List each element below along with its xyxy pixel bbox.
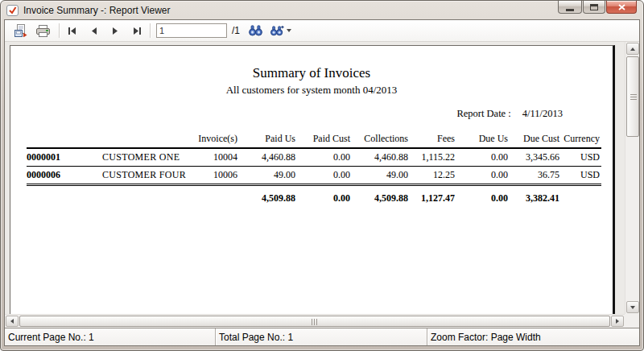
toolbar-separator xyxy=(150,23,151,38)
paid-cust-value: 0.00 xyxy=(297,167,352,185)
current-page-text: Current Page No.: 1 xyxy=(8,332,94,343)
total-paid-us: 4,509.88 xyxy=(239,185,297,208)
arrow-right-icon xyxy=(616,319,619,324)
scroll-down-button[interactable] xyxy=(626,301,639,313)
zoom-button[interactable] xyxy=(266,22,295,39)
due-cust-value: 3,345.66 xyxy=(510,148,561,167)
invoices-value: 10006 xyxy=(181,167,239,185)
zoom-icon xyxy=(270,25,284,36)
report-date-value: 4/11/2013 xyxy=(522,108,563,119)
column-header-invoices: Invoice(s) xyxy=(181,133,239,148)
customer-name: CUSTOMER FOUR xyxy=(101,167,181,185)
toolbar-separator xyxy=(59,23,60,38)
window-controls xyxy=(557,1,637,14)
scrollbar-corner xyxy=(625,314,639,328)
statusbar: Current Page No.: 1 Total Page No.: 1 Zo… xyxy=(5,328,639,345)
thumb-grip-icon xyxy=(630,94,637,101)
table-row: 0000006 CUSTOMER FOUR 10006 49.00 0.00 4… xyxy=(27,167,601,185)
last-page-button[interactable] xyxy=(129,22,146,39)
statusbar-total-page: Total Page No.: 1 xyxy=(216,328,427,345)
close-icon xyxy=(618,4,625,10)
column-header-due-us: Due Us xyxy=(456,133,510,148)
totals-row: 4,509.88 0.00 4,509.88 1,127.47 0.00 3,3… xyxy=(27,185,601,208)
export-icon xyxy=(14,24,27,37)
thumb-grip-icon xyxy=(312,319,318,325)
due-cust-value: 36.75 xyxy=(510,167,561,185)
report-page: Summary of Invoices All customers for sy… xyxy=(10,45,615,314)
currency-value: USD xyxy=(561,148,601,167)
total-paid-cust: 0.00 xyxy=(297,185,352,208)
export-button[interactable] xyxy=(10,22,31,39)
toolbar: /1 xyxy=(5,20,639,42)
totals-empty xyxy=(181,185,239,208)
previous-page-button[interactable] xyxy=(87,22,101,39)
column-header-collections: Collections xyxy=(352,133,410,148)
client-area: /1 xyxy=(4,19,640,346)
previous-page-icon xyxy=(91,27,97,35)
paid-us-value: 4,460.88 xyxy=(239,148,297,167)
next-page-button[interactable] xyxy=(108,22,122,39)
paid-cust-value: 0.00 xyxy=(297,148,352,167)
totals-empty xyxy=(101,185,181,208)
column-header-currency: Currency xyxy=(561,133,601,148)
report-date-label: Report Date : xyxy=(456,108,510,119)
close-button[interactable] xyxy=(606,1,637,14)
statusbar-zoom-factor: Zoom Factor: Page Width xyxy=(427,328,639,345)
totals-empty xyxy=(27,185,101,208)
window-title: Invoice Summary -: Report Viewer xyxy=(23,5,171,16)
first-page-icon xyxy=(68,27,76,35)
customer-name: CUSTOMER ONE xyxy=(101,148,181,167)
table-header-row: Invoice(s) Paid Us Paid Cust Collections… xyxy=(27,133,601,148)
total-due-cust: 3,382.41 xyxy=(510,185,561,208)
app-icon xyxy=(6,5,19,16)
minimize-icon xyxy=(566,9,574,11)
report-viewport: Summary of Invoices All customers for sy… xyxy=(5,42,639,328)
invoices-value: 10004 xyxy=(181,148,239,167)
maximize-button[interactable] xyxy=(583,1,605,14)
horizontal-scrollbar[interactable] xyxy=(5,314,625,328)
report-date-row: Report Date :4/11/2013 xyxy=(10,108,613,120)
collections-value: 49.00 xyxy=(352,167,410,185)
total-pages-label: /1 xyxy=(232,25,240,36)
report-title: Summary of Invoices xyxy=(10,65,613,81)
column-header-paid-cust: Paid Cust xyxy=(297,133,352,148)
column-header-account xyxy=(27,133,101,148)
print-icon xyxy=(35,25,51,37)
fees-value: 1,115.22 xyxy=(410,148,456,167)
minimize-button[interactable] xyxy=(558,1,582,14)
page-number-input[interactable] xyxy=(156,23,227,38)
next-page-icon xyxy=(112,27,118,35)
currency-value: USD xyxy=(561,167,601,185)
total-page-text: Total Page No.: 1 xyxy=(219,332,293,343)
horizontal-scrollbar-thumb[interactable] xyxy=(19,316,610,327)
collections-value: 4,460.88 xyxy=(352,148,410,167)
first-page-button[interactable] xyxy=(64,22,80,39)
maximize-icon xyxy=(590,4,598,10)
zoom-dropdown-caret-icon xyxy=(287,29,291,32)
scroll-up-button[interactable] xyxy=(626,43,639,55)
arrow-left-icon xyxy=(10,319,14,324)
paid-us-value: 49.00 xyxy=(239,167,297,185)
scroll-right-button[interactable] xyxy=(611,316,624,327)
due-us-value: 0.00 xyxy=(456,148,510,167)
arrow-up-icon xyxy=(630,47,635,51)
account-number: 0000001 xyxy=(27,148,101,167)
table-row: 0000001 CUSTOMER ONE 10004 4,460.88 0.00… xyxy=(27,148,601,167)
totals-empty xyxy=(561,185,601,208)
print-button[interactable] xyxy=(31,22,55,39)
find-icon xyxy=(249,25,262,36)
titlebar: Invoice Summary -: Report Viewer xyxy=(1,1,643,19)
vertical-scrollbar[interactable] xyxy=(625,42,639,314)
total-collections: 4,509.88 xyxy=(352,185,410,208)
report-content: Summary of Invoices All customers for sy… xyxy=(10,65,613,207)
statusbar-current-page: Current Page No.: 1 xyxy=(5,328,216,345)
last-page-icon xyxy=(133,27,142,35)
find-button[interactable] xyxy=(245,22,266,39)
zoom-factor-text: Zoom Factor: Page Width xyxy=(431,332,541,343)
report-subtitle: All customers for system month 04/2013 xyxy=(10,84,613,97)
vertical-scrollbar-thumb[interactable] xyxy=(626,56,639,137)
column-header-paid-us: Paid Us xyxy=(239,133,297,148)
account-number: 0000006 xyxy=(27,167,101,185)
scroll-left-button[interactable] xyxy=(6,316,19,327)
fees-value: 12.25 xyxy=(410,167,456,185)
